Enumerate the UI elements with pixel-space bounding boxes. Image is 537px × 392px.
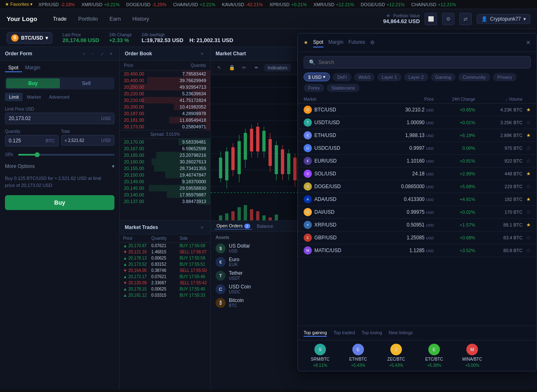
table-row[interactable]: × XRP/USD 0.50951 USD +1.57% 88.1 BTC ★ — [298, 219, 537, 231]
ob-buy-row[interactable]: 20,149.00 9.18370000 — [120, 178, 210, 185]
pen-tool[interactable]: ✏ — [240, 63, 249, 72]
table-row[interactable]: T USDT/USD 1.00090 USD +0.01% 3.25K BTC … — [298, 116, 537, 129]
limit-price-input[interactable] — [9, 116, 101, 121]
table-row[interactable]: D DOGE/USD 0.0865000 USD +5.68% 229 BTC … — [298, 180, 537, 193]
ob-sell-row[interactable]: 20,200.00 10.41982052 — [120, 104, 210, 110]
percentage-slider[interactable] — [18, 154, 114, 156]
market-tab[interactable]: Market — [23, 93, 45, 101]
mp-futures-tab[interactable]: Futures — [348, 38, 365, 47]
star-icon[interactable]: ★ — [523, 196, 531, 202]
list-item[interactable]: S SRM/BTC +8.11% — [304, 344, 337, 368]
forex-filter-btn[interactable]: Forex — [304, 84, 324, 92]
ob-buy-row[interactable]: 20,137.00 3.88473913 — [120, 198, 210, 205]
ob-buy-row[interactable]: 20,170.00 9.58339481 — [120, 139, 210, 145]
cursor-tool[interactable]: ↖ — [215, 63, 224, 72]
indicators-btn[interactable]: Market Chart Indicators — [264, 64, 291, 71]
total-field[interactable]: USD — [61, 135, 115, 146]
add-panel-btn[interactable]: + — [81, 50, 87, 57]
star-icon[interactable]: ★ — [523, 107, 531, 113]
ob-sell-row[interactable]: 20,173.00 0.25804971 — [120, 123, 210, 130]
list-item[interactable]: E ETC/BTC +5.38% — [418, 344, 451, 368]
ob-buy-row[interactable]: 20,145.00 29.59558830 — [120, 185, 210, 191]
table-row[interactable]: S SOL/USD 24.18 USD +2.89% 448 BTC ★ — [298, 168, 537, 180]
pair-selector[interactable]: B BTC/USD ▾ — [7, 32, 52, 44]
table-row[interactable]: E ETH/USD 1,988.13 USD +6.19% 2.88K BTC … — [298, 129, 537, 142]
ob-sell-row[interactable]: 20,400.00 39.76629949 — [120, 77, 210, 84]
close-mt-btn[interactable]: ✕ — [199, 224, 205, 231]
privacy-filter-btn[interactable]: Privacy — [493, 73, 517, 81]
table-row[interactable]: £ GBP/USD 1.25085 USD +0.68% 83.4 BTC ☆ — [298, 231, 537, 244]
advanced-tab[interactable]: Advanced — [45, 93, 74, 101]
usd-filter-btn[interactable]: $ USD ▾ — [304, 73, 330, 81]
mp-search-bar[interactable]: 🔍 — [304, 56, 531, 68]
draw-tool[interactable]: ✒ — [252, 63, 261, 72]
star-icon[interactable]: ☆ — [523, 120, 531, 125]
ob-buy-row[interactable]: 20,150.00 19.46747847 — [120, 172, 210, 178]
star-icon[interactable]: ★ — [523, 222, 531, 228]
settings-icon-btn[interactable]: ⚙ — [442, 13, 454, 25]
mp-margin-tab[interactable]: Margin — [328, 38, 344, 47]
ob-buy-row[interactable]: 20,167.00 6.59652599 — [120, 145, 210, 152]
more-options-toggle[interactable]: More Options ▾ — [5, 163, 114, 169]
star-icon[interactable]: ☆ — [523, 248, 531, 253]
ob-buy-row[interactable]: 20,165.00 23.20798216 — [120, 152, 210, 158]
table-row[interactable]: € EUR/USD 1.10160 USD +0.81% 822 BTC ☆ — [298, 155, 537, 168]
nav-trade[interactable]: Trade — [47, 9, 72, 29]
ob-buy-row[interactable]: 20,155.00 28.73431355 — [120, 165, 210, 172]
nav-portfolio[interactable]: Portfolio — [72, 9, 104, 29]
top-losing-tab[interactable]: Top losing — [361, 329, 382, 337]
ob-sell-row[interactable]: 20,220.00 5.23639634 — [120, 90, 210, 97]
margin-tab[interactable]: Margin — [22, 64, 44, 72]
mp-gear-icon[interactable]: ⚙ — [370, 40, 375, 45]
ob-buy-row[interactable]: 20,160.00 30.26027613 — [120, 158, 210, 165]
expand-panel-btn[interactable]: ⤢ — [99, 50, 105, 57]
star-icon[interactable]: ☆ — [523, 184, 531, 189]
mp-search-input[interactable] — [318, 59, 525, 65]
star-icon[interactable]: ☆ — [523, 235, 531, 241]
eye-icon[interactable]: 👁 — [386, 14, 390, 18]
star-icon[interactable]: ☆ — [523, 209, 531, 215]
balance-tab[interactable]: Balance — [255, 223, 275, 229]
buy-submit-btn[interactable]: Buy — [5, 195, 114, 210]
layer2-filter-btn[interactable]: Layer 2 — [404, 73, 428, 81]
close-panel-btn[interactable]: ✕ — [108, 50, 114, 57]
table-row[interactable]: U USDC/USD 0.9997 USD 0.00% 975 BTC ☆ — [298, 142, 537, 155]
quantity-field[interactable]: BTC — [5, 135, 59, 146]
gaming-filter-btn[interactable]: Gaming — [431, 73, 456, 81]
star-icon[interactable]: ★ — [523, 171, 531, 177]
table-row[interactable]: B BTC/USD 30,210.2 USD +0.65% 4.23K BTC … — [298, 104, 537, 116]
total-input[interactable] — [65, 138, 90, 143]
lock-tool[interactable]: 🔒 — [227, 63, 236, 72]
layer1-filter-btn[interactable]: Layer 1 — [377, 73, 402, 81]
buy-tab[interactable]: Buy — [6, 78, 60, 88]
quantity-input[interactable] — [9, 138, 29, 144]
star-icon[interactable]: ☆ — [523, 145, 531, 151]
mp-spot-tab[interactable]: Spot — [313, 38, 323, 47]
ob-sell-row[interactable]: 20,187.00 4.28909978 — [120, 110, 210, 117]
table-row[interactable]: A ADA/USD 0.413300 USD +4.81% 182 BTC ★ — [298, 193, 537, 206]
table-row[interactable]: D DAI/USD 0.99975 USD +0.02% 170 BTC ☆ — [298, 206, 537, 219]
defi-filter-btn[interactable]: DeFi — [333, 73, 351, 81]
copy-icon-btn[interactable]: ⬜ — [425, 13, 437, 25]
sliders-icon-btn[interactable]: ⇄ — [459, 13, 472, 25]
community-filter-btn[interactable]: Community — [458, 73, 490, 81]
limit-tab[interactable]: Limit — [5, 93, 23, 101]
ob-sell-row[interactable]: 20,250.00 49.92954713 — [120, 84, 210, 90]
mp-close-btn[interactable]: ✕ — [526, 39, 531, 46]
nav-earn[interactable]: Earn — [104, 9, 126, 29]
favorites-btn[interactable]: ★ Favorites ▾ — [5, 2, 33, 7]
minus-panel-btn[interactable]: − — [90, 50, 96, 57]
stablecoins-filter-btn[interactable]: Stablecoins — [327, 84, 359, 92]
top-gaining-tab[interactable]: Top gaining — [304, 329, 327, 337]
sell-tab[interactable]: Sell — [60, 78, 114, 88]
ob-buy-row[interactable]: 20,140.00 17.95979887 — [120, 191, 210, 198]
new-listings-tab[interactable]: New listings — [389, 329, 413, 337]
star-icon[interactable]: ★ — [523, 132, 531, 138]
top-traded-tab[interactable]: Top traded — [333, 329, 355, 337]
spot-tab[interactable]: Spot — [5, 64, 22, 72]
ob-sell-row[interactable]: 20,450.00 7.78583442 — [120, 71, 210, 77]
ob-sell-row[interactable]: 20,210.00 41.75172824 — [120, 97, 210, 104]
star-icon[interactable]: ☆ — [523, 158, 531, 164]
open-orders-tab[interactable]: Open Orders 2 — [215, 222, 252, 229]
list-item[interactable]: M MINA/BTC +5.00% — [456, 344, 489, 368]
